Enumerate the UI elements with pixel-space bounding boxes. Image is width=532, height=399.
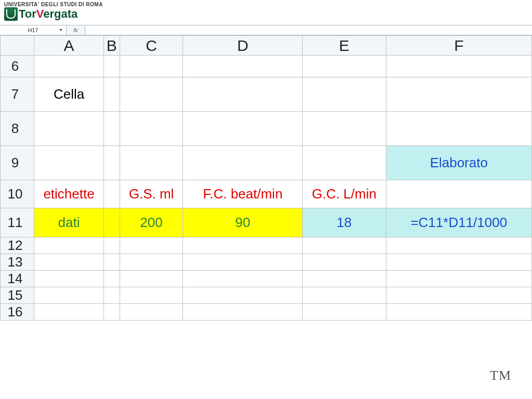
col-header-A[interactable]: A (34, 36, 104, 56)
cell-C11[interactable]: 200 (120, 208, 183, 237)
cell-D15[interactable] (183, 287, 303, 304)
cell-A16[interactable] (34, 304, 104, 321)
row-12: 12 (1, 237, 532, 254)
row-header-10[interactable]: 10 (1, 180, 34, 208)
cell-B16[interactable] (104, 304, 120, 321)
cell-D13[interactable] (183, 254, 303, 271)
row-10: 10 etichette G.S. ml F.C. beat/min G.C. … (1, 180, 532, 208)
cell-D10[interactable]: F.C. beat/min (183, 180, 303, 208)
row-header-14[interactable]: 14 (1, 271, 34, 287)
logo-part-v: V (36, 7, 43, 20)
cell-A10[interactable]: etichette (34, 180, 104, 208)
cell-D7[interactable] (183, 77, 303, 112)
cell-B7[interactable] (104, 77, 120, 112)
cell-B14[interactable] (104, 271, 120, 287)
cell-F16[interactable] (386, 304, 531, 321)
cell-A12[interactable] (34, 237, 104, 254)
cell-D8[interactable] (183, 112, 303, 146)
shield-u-icon (4, 7, 18, 21)
col-header-B[interactable]: B (104, 36, 120, 56)
cell-A8[interactable] (34, 112, 104, 146)
cell-B10[interactable] (104, 180, 120, 208)
cell-E6[interactable] (303, 56, 386, 77)
cell-B12[interactable] (104, 237, 120, 254)
row-header-7[interactable]: 7 (1, 77, 34, 112)
row-header-13[interactable]: 13 (1, 254, 34, 271)
cell-B8[interactable] (104, 112, 120, 146)
formula-input[interactable] (85, 25, 532, 35)
cell-C13[interactable] (120, 254, 183, 271)
university-header: UNIVERSITA' DEGLI STUDI DI ROMA TorVerga… (0, 0, 532, 25)
spreadsheet-grid[interactable]: A B C D E F 6 7 Cella 8 9 (0, 35, 532, 321)
cell-D6[interactable] (183, 56, 303, 77)
cell-reference: H17 (28, 27, 38, 33)
cell-E11[interactable]: 18 (303, 208, 386, 237)
col-header-C[interactable]: C (120, 36, 183, 56)
name-box[interactable]: H17 (0, 25, 67, 35)
row-header-12[interactable]: 12 (1, 237, 34, 254)
cell-C9[interactable] (120, 146, 183, 180)
cell-A9[interactable] (34, 146, 104, 180)
cell-C16[interactable] (120, 304, 183, 321)
cell-F10[interactable] (386, 180, 531, 208)
cell-C6[interactable] (120, 56, 183, 77)
cell-B6[interactable] (104, 56, 120, 77)
cell-D9[interactable] (183, 146, 303, 180)
cell-A14[interactable] (34, 271, 104, 287)
cell-A7[interactable]: Cella (34, 77, 104, 112)
cell-F12[interactable] (386, 237, 531, 254)
cell-C14[interactable] (120, 271, 183, 287)
cell-D14[interactable] (183, 271, 303, 287)
cell-E10[interactable]: G.C. L/min (303, 180, 386, 208)
fx-icon[interactable]: fx (67, 25, 85, 35)
cell-E14[interactable] (303, 271, 386, 287)
cell-F7[interactable] (386, 77, 531, 112)
row-header-9[interactable]: 9 (1, 146, 34, 180)
cell-C15[interactable] (120, 287, 183, 304)
cell-A6[interactable] (34, 56, 104, 77)
cell-E16[interactable] (303, 304, 386, 321)
cell-E9[interactable] (303, 146, 386, 180)
select-all-corner[interactable] (1, 36, 34, 56)
cell-C7[interactable] (120, 77, 183, 112)
chevron-down-icon[interactable] (58, 27, 64, 33)
cell-E8[interactable] (303, 112, 386, 146)
cell-F11[interactable]: =C11*D11/1000 (386, 208, 531, 237)
cell-E7[interactable] (303, 77, 386, 112)
cell-A15[interactable] (34, 287, 104, 304)
cell-C10[interactable]: G.S. ml (120, 180, 183, 208)
row-header-6[interactable]: 6 (1, 56, 34, 77)
logo-part-ergata: ergata (43, 7, 77, 20)
col-header-E[interactable]: E (303, 36, 386, 56)
cell-A13[interactable] (34, 254, 104, 271)
cell-F15[interactable] (386, 287, 531, 304)
cell-B9[interactable] (104, 146, 120, 180)
col-header-F[interactable]: F (386, 36, 531, 56)
row-header-16[interactable]: 16 (1, 304, 34, 321)
row-header-15[interactable]: 15 (1, 287, 34, 304)
row-header-8[interactable]: 8 (1, 112, 34, 146)
cell-F9[interactable]: Elaborato (386, 146, 531, 180)
cell-F8[interactable] (386, 112, 531, 146)
cell-D12[interactable] (183, 237, 303, 254)
column-header-row: A B C D E F (1, 36, 532, 56)
cell-E13[interactable] (303, 254, 386, 271)
row-8: 8 (1, 112, 532, 146)
cell-F6[interactable] (386, 56, 531, 77)
cell-C8[interactable] (120, 112, 183, 146)
cell-F13[interactable] (386, 254, 531, 271)
cell-B15[interactable] (104, 287, 120, 304)
cell-B13[interactable] (104, 254, 120, 271)
cell-D11[interactable]: 90 (183, 208, 303, 237)
cell-A11[interactable]: dati (34, 208, 104, 237)
cell-B11[interactable] (104, 208, 120, 237)
cell-E12[interactable] (303, 237, 386, 254)
cell-C12[interactable] (120, 237, 183, 254)
cell-E15[interactable] (303, 287, 386, 304)
col-header-D[interactable]: D (183, 36, 303, 56)
row-15: 15 (1, 287, 532, 304)
cell-D16[interactable] (183, 304, 303, 321)
row-header-11[interactable]: 11 (1, 208, 34, 237)
cell-F14[interactable] (386, 271, 531, 287)
row-16: 16 (1, 304, 532, 321)
